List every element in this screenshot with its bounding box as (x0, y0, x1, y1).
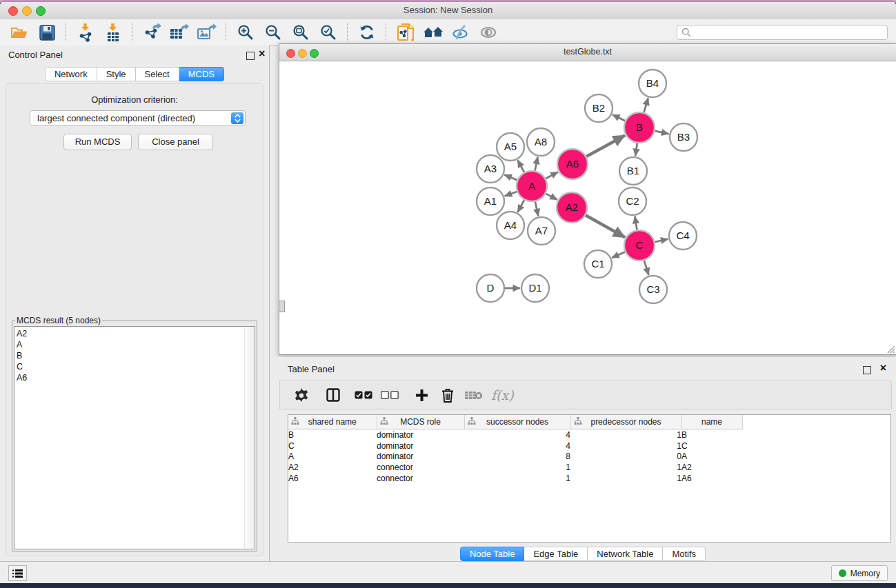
graph-edge-A-A1[interactable] (505, 192, 517, 196)
graph-edge-A-A7[interactable] (535, 201, 539, 216)
column-header-MCDS-role[interactable]: MCDS role (377, 415, 464, 429)
zoom-out-icon[interactable] (259, 21, 287, 43)
delete-table-icon[interactable] (461, 384, 487, 406)
refresh-icon[interactable] (353, 21, 381, 43)
search-box[interactable] (677, 25, 888, 40)
table-cell: 1 (570, 462, 681, 473)
result-list-item[interactable]: A2 (17, 328, 255, 339)
open-session-icon[interactable] (6, 21, 33, 43)
result-list-item[interactable]: A (17, 339, 255, 350)
task-history-icon[interactable] (8, 565, 27, 581)
column-header-label: successor nodes (486, 417, 548, 427)
result-list-item[interactable]: C (17, 361, 255, 372)
export-table-icon[interactable] (166, 21, 193, 43)
graph-edge-A-A8[interactable] (535, 157, 538, 171)
graph-edge-A-A6[interactable] (546, 172, 558, 179)
column-header-shared-name[interactable]: shared name (288, 415, 377, 429)
tab-node-table[interactable]: Node Table (460, 547, 525, 561)
graph-node-label-B: B (636, 121, 643, 133)
table-row[interactable]: Cdominator41C (288, 440, 742, 452)
hide-selected-icon[interactable] (447, 21, 475, 43)
show-columns-icon[interactable] (320, 384, 346, 406)
memory-button[interactable]: Memory (831, 565, 888, 581)
network-view-window[interactable]: testGlobe.txt AA1A2A3A4A5A6A7A8BB1B2B3B4… (279, 43, 896, 355)
graph-edge-B-B2[interactable] (613, 114, 625, 121)
frame-edge-handle[interactable] (279, 301, 285, 312)
graph-edge-A6-B[interactable] (586, 136, 625, 156)
zoom-fit-icon[interactable] (287, 21, 315, 43)
zoom-selected-icon[interactable] (315, 21, 342, 43)
control-panel-title: Control Panel (8, 50, 63, 60)
show-all-icon[interactable] (475, 21, 502, 43)
window-titlebar[interactable]: Session: New Session (0, 2, 896, 20)
table-row[interactable]: Bdominator41B (288, 429, 742, 440)
table-cell: A (681, 451, 742, 462)
node-table[interactable]: shared nameMCDS rolesuccessor nodesprede… (288, 414, 891, 543)
tab-motifs[interactable]: Motifs (663, 547, 706, 561)
close-panel-icon[interactable]: × (259, 48, 265, 59)
close-table-panel-icon[interactable]: × (880, 363, 886, 374)
graph-edge-C-C2[interactable] (635, 216, 637, 230)
tab-edge-table[interactable]: Edge Table (524, 547, 588, 561)
graph-edge-A-A4[interactable] (518, 200, 525, 212)
graph-edge-A2-C[interactable] (586, 215, 625, 237)
network-window-titlebar[interactable]: testGlobe.txt (279, 44, 896, 61)
column-header-predecessor-nodes[interactable]: predecessor nodes (570, 415, 681, 429)
tab-network-table[interactable]: Network Table (588, 547, 663, 561)
result-list-scrollbar[interactable] (244, 327, 254, 548)
result-list-item[interactable]: A6 (17, 372, 255, 383)
graph-node-label-A7: A7 (535, 225, 548, 236)
graph-edge-A-A3[interactable] (504, 174, 517, 180)
import-table-icon[interactable] (99, 21, 127, 43)
graph-edge-B-B3[interactable] (655, 131, 668, 134)
table-row[interactable]: Adominator80A (288, 451, 742, 462)
settings-icon[interactable] (288, 384, 315, 406)
table-row[interactable]: A2connector11A2 (288, 462, 742, 473)
graph-edge-C-C3[interactable] (644, 261, 649, 275)
float-table-panel-icon[interactable] (863, 366, 871, 374)
control-panel: Control Panel × NetworkStyleSelectMCDS O… (0, 45, 270, 562)
network-canvas[interactable]: AA1A2A3A4A5A6A7A8BB1B2B3B4CC1C2C3C4DD1 (279, 61, 896, 354)
deselect-all-icon[interactable] (377, 384, 403, 406)
criterion-dropdown[interactable]: largest connected component (directed) (30, 110, 246, 126)
graph-edge-C-C1[interactable] (612, 252, 625, 258)
delete-column-icon[interactable] (435, 384, 461, 406)
resize-grip-icon[interactable] (886, 344, 895, 354)
mcds-panel: Optimization criterion: largest connecte… (6, 83, 263, 556)
tab-network[interactable]: Network (45, 67, 97, 81)
result-list-item[interactable]: B (17, 350, 255, 361)
tab-select[interactable]: Select (136, 67, 179, 81)
column-header-name[interactable]: name (681, 415, 742, 429)
dropdown-stepper-icon[interactable] (231, 112, 243, 124)
column-namespace-icon (291, 417, 299, 425)
network-from-selection-icon[interactable] (392, 21, 419, 43)
zoom-in-icon[interactable] (232, 21, 259, 43)
home-icon[interactable] (419, 21, 447, 43)
graph-edge-A-A2[interactable] (546, 194, 557, 200)
column-header-label: name (701, 417, 722, 427)
table-row[interactable]: A6connector11A6 (288, 473, 742, 484)
screen: Session: New Session (0, 0, 896, 588)
import-network-icon[interactable] (72, 21, 99, 43)
mcds-result-list[interactable]: A2ABCA6 (14, 326, 255, 549)
column-header-successor-nodes[interactable]: successor nodes (464, 415, 570, 429)
select-all-icon[interactable] (350, 384, 377, 406)
export-image-icon[interactable] (193, 21, 221, 43)
save-session-icon[interactable] (33, 21, 61, 43)
graph-node-label-A4: A4 (504, 219, 517, 231)
tab-style[interactable]: Style (97, 67, 136, 81)
export-network-icon[interactable] (138, 21, 166, 43)
graph-edge-A-A5[interactable] (518, 160, 525, 172)
graph-edge-B-B4[interactable] (644, 98, 648, 112)
float-panel-icon[interactable] (246, 52, 255, 60)
network-graph[interactable]: AA1A2A3A4A5A6A7A8BB1B2B3B4CC1C2C3C4DD1 (279, 61, 895, 354)
function-builder-icon[interactable]: f(x) (491, 387, 514, 403)
graph-edge-C-C4[interactable] (655, 239, 668, 242)
close-panel-button[interactable]: Close panel (138, 134, 213, 150)
graph-edge-B-B1[interactable] (635, 143, 637, 156)
run-mcds-button[interactable]: Run MCDS (63, 134, 132, 150)
search-input[interactable] (691, 27, 883, 38)
tab-mcds[interactable]: MCDS (179, 67, 224, 81)
add-column-icon[interactable] (408, 384, 435, 406)
cytoscape-window: Session: New Session (0, 2, 896, 583)
